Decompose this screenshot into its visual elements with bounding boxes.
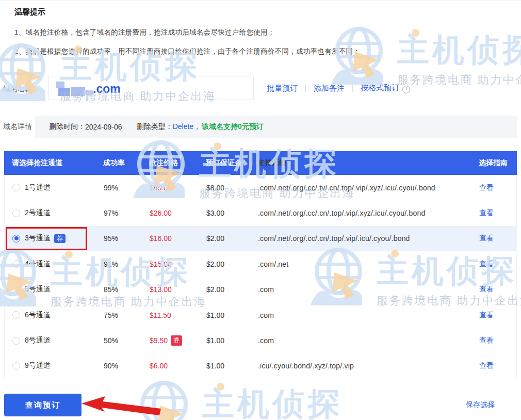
table-row[interactable]: 4号通道 91% $15.00 $2.00 .com/.net 查看 (5, 251, 516, 277)
channel-table: 请选择抢注通道 成功率 抢注价格 预订保证金 支持后缀 选择指南 1号通道 99… (4, 151, 517, 379)
header-price: 抢注价格 (149, 158, 206, 168)
deposit-value: $2.00 (206, 260, 258, 268)
success-rate-value: 50% (104, 336, 150, 345)
success-rate-value: 85% (104, 285, 150, 294)
watermark-tagline: 服务跨境电商 助力中企出海 (397, 72, 521, 88)
price-value: $26.00 (150, 209, 172, 217)
batch-reserve-link[interactable]: 批量预订 (267, 84, 298, 93)
view-link[interactable]: 查看 (479, 285, 494, 293)
view-link[interactable]: 查看 (479, 311, 494, 319)
divider (305, 85, 306, 92)
watermark-body: 主机侦探 服务跨境电商 助力中企出海 (202, 378, 359, 420)
channel-label: 9号通道 (25, 361, 51, 370)
header-deposit: 预订保证金 (206, 158, 257, 168)
deposit-value: $1.00 (206, 362, 258, 370)
delete-type-label: 删除类型： (137, 122, 173, 132)
delete-time-label: 删除时间： (49, 122, 85, 132)
blurred-domain-pixel (58, 88, 70, 96)
channel-label: 1号通道 (25, 183, 51, 192)
success-rate-value: 95% (104, 234, 150, 243)
price-value: $65.00 (150, 184, 172, 192)
price-value: $13.00 (150, 285, 172, 294)
supported-suffixes: .com (258, 285, 479, 294)
view-link[interactable]: 查看 (479, 336, 494, 344)
view-link[interactable]: 查看 (479, 260, 494, 268)
supported-suffixes: .com (258, 311, 479, 319)
channel-label: 8号通道 (25, 336, 51, 345)
info-icon[interactable]: ! (402, 86, 410, 93)
table-row[interactable]: 6号通道 75% $11.50 $1.00 .com 查看 (5, 302, 516, 328)
tips-title: 温馨提示 (14, 7, 45, 17)
table-row[interactable]: 9号通道 90% $6.00 $1.00 .icu/.cyou/.bond/.x… (5, 353, 516, 379)
deposit-value: $8.00 (206, 184, 258, 192)
price-value: $11.50 (150, 311, 171, 319)
table-row[interactable]: 8号通道 50% $9.50 券 $1.00 .com 查看 (5, 328, 516, 353)
watermark: 主机侦探 服务跨境电商 助力中企出海 (136, 378, 359, 420)
table-body: 1号通道 99% $65.00 $8.00 .com/.net/.org/.cc… (4, 175, 517, 379)
deposit-value: $1.00 (206, 336, 258, 345)
delete-time-value: 2024-09-06 (85, 123, 122, 131)
supported-suffixes: .com/.net/.org/.cc/.cn/.top/.vip/.icu/.c… (258, 234, 479, 243)
domain-name-label: 域名名称 (3, 85, 32, 94)
channel-radio[interactable] (12, 311, 20, 319)
blurred-domain-pixel (71, 87, 85, 96)
channel-label: 5号通道 (25, 285, 51, 294)
channel-radio[interactable] (12, 286, 20, 294)
supported-suffixes: .com (258, 336, 479, 345)
header-suffixes: 支持后缀 (257, 158, 479, 168)
blurred-domain-pixel (56, 82, 64, 88)
header-channel: 请选择抢注通道 (4, 158, 103, 168)
delete-type-value: Delete， (173, 122, 201, 132)
deposit-value: $2.00 (206, 285, 258, 294)
deposit-value: $1.00 (206, 311, 258, 319)
domain-input[interactable]: .com (48, 76, 254, 100)
table-row[interactable]: 2号通道 97% $26.00 $3.00 .com/.net/.org/.cc… (5, 200, 516, 225)
domain-backorder-page: 温馨提示 1、域名抢注价格，包含了域名的注册费用，抢注成功后域名会尽快过户给您使… (0, 0, 521, 420)
view-link[interactable]: 查看 (479, 208, 494, 217)
zero-cost-note: 该域名支持0元预订 (202, 122, 264, 132)
tip-item-1: 1、域名抢注价格，包含了域名的注册费用，抢注成功后域名会尽快过户给您使用； (14, 28, 275, 37)
deposit-value: $2.00 (206, 234, 258, 243)
supported-suffixes: .icu/.cyou/.bond/.xyz/.top/.vip (258, 362, 479, 370)
table-header: 请选择抢注通道 成功率 抢注价格 预订保证金 支持后缀 选择指南 (4, 151, 517, 175)
success-rate-value: 97% (104, 209, 150, 217)
view-link[interactable]: 查看 (479, 183, 494, 191)
reserve-by-format-link[interactable]: 按格式预订! (361, 83, 410, 93)
tip-item-2: 2、我们是根据您选择的成功率，用不同注册商接口给你们抢注，由于各个注册商价不同，… (14, 47, 360, 56)
watermark-body: 主机侦探 服务跨境电商 助力中企出海 (397, 24, 521, 88)
price-value: $15.00 (150, 260, 172, 268)
add-note-link[interactable]: 添加备注 (314, 84, 345, 93)
view-link[interactable]: 查看 (479, 234, 494, 242)
top-divider (0, 0, 521, 1)
channel-radio[interactable] (12, 260, 20, 268)
header-success-rate: 成功率 (103, 158, 149, 168)
channel-label: 6号通道 (25, 311, 51, 320)
blurred-domain-pixel (84, 90, 93, 95)
supported-suffixes: .com/.net/.org/.cc/.tv/.cn/.top/.vip/.xy… (258, 184, 479, 192)
channel-radio[interactable] (12, 209, 20, 217)
table-row[interactable]: 5号通道 85% $13.00 $2.00 .com 查看 (5, 277, 516, 302)
watermark-title: 主机侦探 (202, 388, 359, 420)
channel-radio[interactable] (12, 337, 20, 345)
domain-suffix: .com (93, 82, 121, 96)
price-value: $6.00 (150, 362, 168, 370)
red-arrow-annotation (80, 395, 162, 417)
coupon-badge: 券 (171, 335, 182, 345)
success-rate-value: 75% (104, 311, 150, 319)
supported-suffixes: .com/.net (258, 260, 479, 268)
channel-radio[interactable] (12, 184, 20, 191)
divider (352, 85, 353, 92)
channel-radio[interactable] (12, 362, 20, 370)
watermark-title: 主机侦探 (397, 34, 521, 66)
query-reserve-button[interactable]: 查询预订 (4, 394, 82, 416)
domain-detail-label: 域名详情 (3, 122, 32, 132)
success-rate-value: 91% (104, 260, 150, 268)
table-row[interactable]: 3号通道 荐 95% $16.00 $2.00 .com/.net/.org/.… (5, 226, 516, 251)
channel-label: 2号通道 (25, 208, 51, 218)
header-guide: 选择指南 (479, 158, 517, 168)
save-selection-link[interactable]: 保存选择 (466, 400, 495, 410)
selection-highlight-box (6, 227, 87, 250)
view-link[interactable]: 查看 (479, 361, 494, 369)
table-row[interactable]: 1号通道 99% $65.00 $8.00 .com/.net/.org/.cc… (5, 175, 516, 200)
domain-actions: 批量预订 添加备注 按格式预订! (267, 80, 410, 96)
